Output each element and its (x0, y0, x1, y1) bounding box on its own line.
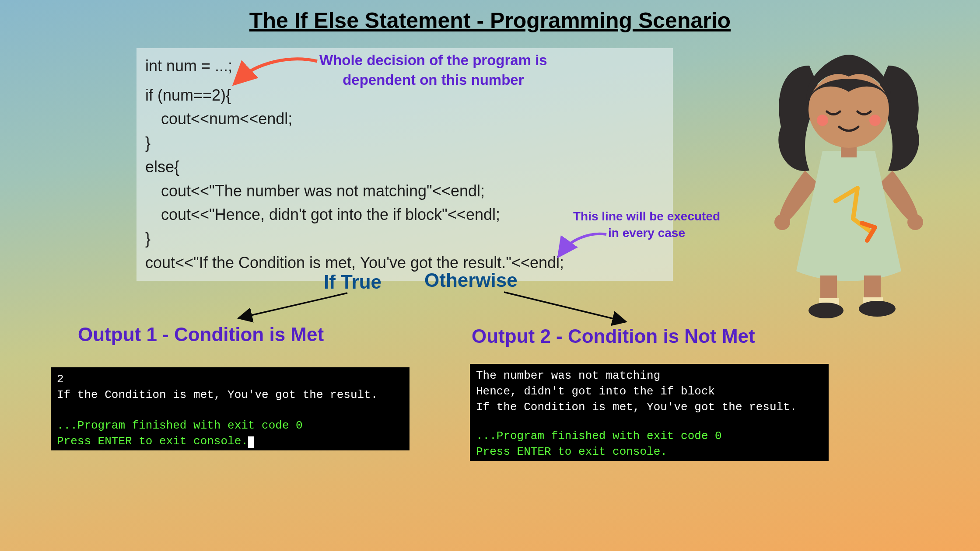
code-line: cout<<"The number was not matching"<<end… (145, 179, 664, 203)
annotation-decision: Whole decision of the program is depende… (319, 51, 547, 90)
arrow-to-output2-icon (501, 289, 628, 329)
arrow-to-output1-icon (238, 290, 352, 325)
svg-point-2 (774, 214, 790, 230)
svg-point-3 (907, 214, 923, 230)
console-line: The number was not matching (476, 368, 822, 384)
svg-line-0 (242, 293, 347, 317)
console-exit-line: ...Program finished with exit code 0 (476, 429, 822, 444)
console-line: 2 (57, 372, 403, 387)
console-prompt-line: Press ENTER to exit console. (57, 434, 403, 450)
console-prompt-line: Press ENTER to exit console. (476, 444, 822, 460)
svg-point-13 (859, 301, 896, 317)
svg-rect-9 (864, 276, 881, 301)
code-line: } (145, 131, 664, 155)
page-title: The If Else Statement - Programming Scen… (249, 8, 731, 33)
svg-point-7 (869, 115, 881, 126)
cursor-icon (248, 436, 254, 448)
console-exit-line: ...Program finished with exit code 0 (57, 418, 403, 434)
console-output-1: 2 If the Condition is met, You've got th… (51, 367, 410, 450)
console-line: If the Condition is met, You've got the … (476, 400, 822, 415)
output2-title: Output 2 - Condition is Not Met (472, 325, 755, 347)
code-line: cout<<num<<endl; (145, 107, 664, 131)
branch-false-label: Otherwise (424, 269, 518, 291)
svg-rect-8 (820, 276, 837, 302)
console-line: Hence, didn't got into the if block (476, 384, 822, 400)
branch-true-label: If True (324, 271, 382, 293)
arrow-always-icon (559, 232, 612, 258)
code-line: else{ (145, 155, 664, 179)
console-output-2: The number was not matching Hence, didn'… (470, 364, 829, 461)
output1-title: Output 1 - Condition is Met (78, 324, 324, 345)
svg-point-12 (808, 303, 844, 318)
arrow-decision-icon (236, 57, 324, 92)
svg-line-1 (504, 292, 623, 321)
svg-point-6 (817, 115, 828, 126)
console-line: If the Condition is met, You've got the … (57, 387, 403, 403)
girl-illustration-icon (757, 39, 941, 319)
